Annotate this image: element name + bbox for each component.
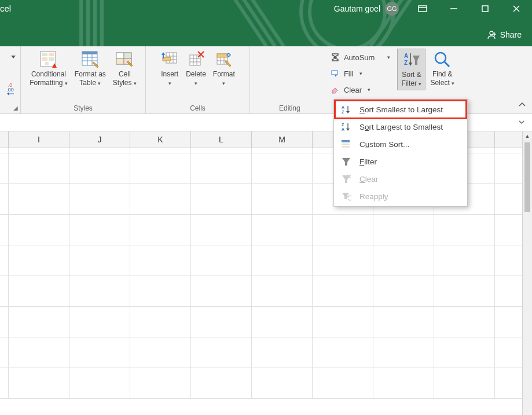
svg-marker-79 — [346, 128, 350, 131]
svg-rect-26 — [42, 57, 47, 61]
format-button[interactable]: Format▾ — [211, 49, 237, 89]
svg-rect-24 — [42, 53, 47, 56]
fill-label: Fill — [344, 69, 354, 78]
sort-filter-dropdown: AZ Sort Smallest to Largest ZA Sort Larg… — [333, 99, 468, 207]
svg-point-70 — [435, 53, 446, 63]
svg-rect-30 — [82, 52, 97, 54]
number-group-partial: .0 .00 ◢ — [0, 46, 21, 113]
svg-rect-63 — [332, 71, 337, 75]
column-header-j[interactable]: J — [69, 131, 130, 148]
reapply-label: Reapply — [359, 192, 388, 201]
ribbon-display-options-button[interactable] — [407, 0, 438, 17]
svg-text:A: A — [342, 105, 344, 109]
sort-asc-icon: AZ — [341, 104, 351, 115]
editing-small-buttons: AutoSum ▾ Fill ▾ Clear ▾ — [325, 49, 395, 98]
svg-rect-38 — [116, 58, 124, 64]
vertical-scrollbar[interactable]: ▲ — [522, 131, 532, 415]
clear-label: Clear — [344, 86, 362, 94]
insert-button[interactable]: Insert▾ — [158, 49, 181, 89]
sum-icon — [330, 52, 340, 63]
svg-rect-11 — [419, 6, 427, 12]
insert-icon — [160, 50, 179, 69]
svg-rect-37 — [124, 53, 131, 58]
share-label: Share — [500, 30, 522, 39]
cell-styles-label: CellStyles ▾ — [113, 70, 137, 87]
format-icon — [215, 50, 233, 69]
svg-text:A: A — [342, 127, 344, 131]
svg-rect-36 — [116, 53, 124, 58]
format-label: Format▾ — [213, 70, 235, 87]
styles-group-label: Styles — [24, 103, 142, 113]
cells-group: Insert▾ Delete▾ Format▾ Cells — [146, 46, 250, 113]
delete-button[interactable]: Delete▾ — [184, 49, 208, 89]
clear-filter-icon — [341, 174, 351, 184]
conditional-formatting-button[interactable]: ConditionalFormatting ▾ — [27, 49, 70, 89]
cell-styles-icon — [115, 50, 134, 69]
autosum-button[interactable]: AutoSum ▾ — [328, 50, 392, 65]
svg-rect-81 — [342, 144, 350, 145]
svg-marker-75 — [346, 111, 350, 113]
svg-text:Z: Z — [404, 60, 408, 66]
find-select-button[interactable]: Find &Select ▾ — [428, 49, 457, 89]
share-icon — [487, 30, 496, 39]
user-avatar: GG — [385, 2, 399, 16]
maximize-button[interactable] — [469, 0, 501, 17]
svg-marker-46 — [162, 52, 165, 55]
custom-sort-label: Custom Sort... — [359, 140, 409, 149]
autosum-label: AutoSum — [344, 53, 375, 62]
scrollbar-thumb[interactable] — [524, 142, 530, 212]
close-button[interactable] — [501, 0, 532, 17]
sort-smallest-to-largest-item[interactable]: AZ Sort Smallest to Largest — [335, 101, 466, 118]
svg-marker-64 — [335, 75, 337, 77]
filter-item[interactable]: Filter — [335, 153, 466, 170]
user-area[interactable]: Gautam goel GG — [334, 2, 399, 16]
collapse-ribbon-button[interactable] — [518, 101, 526, 109]
sort-filter-button[interactable]: AZ Sort &Filter ▾ — [397, 49, 425, 90]
decrease-decimal-button[interactable]: .0 .00 — [5, 82, 16, 96]
svg-marker-21 — [7, 92, 9, 96]
custom-sort-item[interactable]: Custom Sort... — [335, 135, 466, 153]
cell-styles-button[interactable]: CellStyles ▾ — [111, 49, 139, 89]
column-header-m[interactable]: M — [252, 131, 313, 148]
svg-line-71 — [445, 62, 449, 67]
conditional-formatting-icon — [39, 50, 58, 69]
number-group-launcher-icon[interactable]: ◢ — [13, 105, 18, 111]
svg-rect-28 — [45, 62, 49, 65]
cells-group-label: Cells — [149, 103, 246, 113]
conditional-formatting-label: ConditionalFormatting ▾ — [30, 70, 68, 87]
sort-smallest-label: Sort Smallest to Largest — [359, 105, 443, 114]
sort-largest-to-smallest-item[interactable]: ZA Sort Largest to Smallest — [335, 118, 466, 135]
svg-rect-82 — [342, 146, 350, 148]
scroll-up-button[interactable]: ▲ — [523, 131, 532, 141]
delete-icon — [186, 50, 205, 69]
column-header-l[interactable]: L — [191, 131, 252, 148]
find-select-icon — [433, 50, 452, 69]
styles-group: ConditionalFormatting ▾ Format asTable ▾… — [21, 46, 146, 113]
user-name: Gautam goel — [334, 4, 380, 13]
column-header-partial[interactable] — [0, 131, 9, 148]
fill-button[interactable]: Fill ▾ — [328, 66, 392, 81]
sort-largest-label: Sort Largest to Smallest — [359, 123, 443, 131]
custom-sort-icon — [341, 139, 351, 149]
delete-label: Delete▾ — [186, 70, 206, 87]
svg-rect-80 — [342, 140, 350, 142]
insert-label: Insert▾ — [161, 70, 178, 87]
share-button[interactable]: Share — [487, 30, 522, 39]
filter-icon — [341, 156, 351, 167]
svg-marker-69 — [409, 63, 412, 66]
column-header-i[interactable]: I — [9, 131, 69, 148]
clear-button[interactable]: Clear ▾ — [328, 82, 392, 97]
svg-text:Z: Z — [342, 123, 344, 127]
sort-filter-label: Sort &Filter ▾ — [401, 71, 421, 88]
svg-rect-25 — [49, 53, 54, 56]
filter-label: Filter — [359, 157, 377, 166]
find-select-label: Find &Select ▾ — [430, 70, 454, 87]
sort-filter-icon: AZ — [402, 51, 421, 69]
format-as-table-button[interactable]: Format asTable ▾ — [72, 49, 108, 89]
svg-rect-45 — [163, 57, 171, 61]
app-title: cel — [0, 3, 11, 13]
column-header-k[interactable]: K — [130, 131, 191, 148]
expand-formula-bar-icon[interactable] — [518, 119, 532, 127]
number-format-dropdown[interactable] — [5, 50, 16, 64]
minimize-button[interactable] — [438, 0, 469, 17]
